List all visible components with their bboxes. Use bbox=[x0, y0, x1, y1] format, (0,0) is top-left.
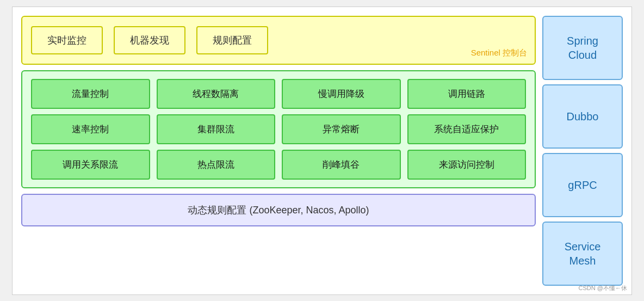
sidebar-dubbo: Dubbo bbox=[542, 84, 623, 149]
features-row-1: 流量控制 线程数隔离 慢调用降级 调用链路 bbox=[31, 79, 526, 109]
main-diagram: 实时监控 机器发现 规则配置 Sentinel 控制台 流量控制 线程数隔离 慢… bbox=[12, 7, 632, 295]
sentinel-boxes: 实时监控 机器发现 规则配置 bbox=[31, 26, 526, 54]
feature-cluster-limit: 集群限流 bbox=[157, 114, 276, 144]
feature-peak-shaving: 削峰填谷 bbox=[282, 150, 401, 180]
features-row-3: 调用关系限流 热点限流 削峰填谷 来源访问控制 bbox=[31, 150, 526, 180]
dynamic-section: 动态规则配置 (ZooKeeper, Nacos, Apollo) bbox=[21, 194, 536, 226]
feature-rate-control: 速率控制 bbox=[31, 114, 150, 144]
content-area: 实时监控 机器发现 规则配置 Sentinel 控制台 流量控制 线程数隔离 慢… bbox=[21, 16, 536, 286]
sentinel-box-discovery: 机器发现 bbox=[114, 26, 185, 54]
sidebar-spring-cloud-label: SpringCloud bbox=[567, 34, 598, 62]
sidebar-grpc: gRPC bbox=[542, 153, 623, 217]
right-sidebar: SpringCloud Dubbo gRPC ServiceMesh bbox=[542, 16, 623, 286]
sentinel-label: Sentinel 控制台 bbox=[471, 48, 527, 58]
feature-hotspot-limit: 热点限流 bbox=[157, 150, 276, 180]
feature-thread-isolation: 线程数隔离 bbox=[157, 79, 276, 109]
sidebar-spring-cloud: SpringCloud bbox=[542, 16, 623, 80]
feature-system-adaptive: 系统自适应保护 bbox=[407, 114, 527, 144]
sidebar-dubbo-label: Dubbo bbox=[567, 109, 599, 124]
sentinel-box-rules: 规则配置 bbox=[196, 26, 268, 54]
features-row-2: 速率控制 集群限流 异常熔断 系统自适应保护 bbox=[31, 114, 526, 144]
sidebar-grpc-label: gRPC bbox=[568, 178, 597, 192]
sentinel-box-realtime: 实时监控 bbox=[31, 26, 103, 54]
feature-call-chain: 调用链路 bbox=[407, 79, 527, 109]
features-section: 流量控制 线程数隔离 慢调用降级 调用链路 速率控制 集群限流 异常熔断 系统自… bbox=[21, 70, 536, 188]
feature-relation-limit: 调用关系限流 bbox=[31, 150, 150, 180]
feature-origin-control: 来源访问控制 bbox=[407, 150, 527, 180]
feature-circuit-breaker: 异常熔断 bbox=[282, 114, 401, 144]
watermark: CSDN @不懂←休 bbox=[579, 284, 627, 292]
sidebar-service-mesh: ServiceMesh bbox=[542, 222, 623, 286]
feature-slow-call: 慢调用降级 bbox=[282, 79, 401, 109]
sidebar-service-mesh-label: ServiceMesh bbox=[565, 239, 601, 268]
sentinel-section: 实时监控 机器发现 规则配置 Sentinel 控制台 bbox=[21, 16, 536, 65]
dynamic-label: 动态规则配置 (ZooKeeper, Nacos, Apollo) bbox=[188, 204, 369, 217]
feature-flow-control: 流量控制 bbox=[31, 79, 150, 109]
